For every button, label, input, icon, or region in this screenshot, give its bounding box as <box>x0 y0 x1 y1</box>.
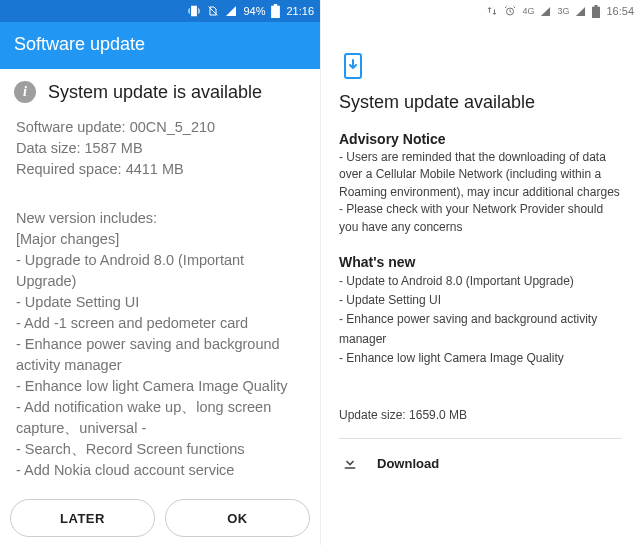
changelog-item: - Add notification wake up、long screen c… <box>16 397 304 439</box>
battery-icon <box>592 5 600 18</box>
changelog-item: - Add Nokia cloud account service <box>16 460 304 481</box>
whats-new-list: - Update to Android 8.0 (Important Upgra… <box>339 272 622 368</box>
whats-new-item: - Enhance low light Camera Image Quality <box>339 349 622 368</box>
download-icon <box>341 453 359 475</box>
phone-screenshot-right: 4G 3G 16:54 System update available Advi… <box>320 0 640 545</box>
no-sim-icon <box>207 5 219 17</box>
status-bar: 4G 3G 16:54 <box>321 0 640 22</box>
app-title: Software update <box>14 34 145 54</box>
update-icon-block <box>339 22 622 92</box>
vibrate-icon <box>187 4 201 18</box>
headline-row: i System update is available <box>0 69 320 113</box>
battery-percent: 94% <box>243 5 265 17</box>
whats-new-item: - Enhance power saving and background ac… <box>339 310 622 348</box>
info-icon: i <box>14 81 36 103</box>
whats-new-heading: What's new <box>339 254 622 270</box>
changelog-item: - Upgrade to Android 8.0 (Important Upgr… <box>16 250 304 292</box>
download-button[interactable]: Download <box>339 439 622 489</box>
later-button[interactable]: LATER <box>10 499 155 537</box>
battery-icon <box>271 4 280 18</box>
ok-button[interactable]: OK <box>165 499 310 537</box>
phone-download-icon <box>339 52 367 80</box>
network-label-2: 3G <box>557 6 569 16</box>
software-update-line: Software update: 00CN_5_210 <box>16 117 304 138</box>
update-details: Software update: 00CN_5_210 Data size: 1… <box>0 113 320 180</box>
whats-new-item: - Update to Android 8.0 (Important Upgra… <box>339 272 622 291</box>
status-bar: 94% 21:16 <box>0 0 320 22</box>
changelog-item: - Update Setting UI <box>16 292 304 313</box>
update-size-line: Update size: 1659.0 MB <box>339 408 622 422</box>
clock: 21:16 <box>286 5 314 17</box>
page-title: System update available <box>339 92 622 113</box>
network-label-1: 4G <box>522 6 534 16</box>
clock: 16:54 <box>606 5 634 17</box>
action-buttons: LATER OK <box>0 499 320 537</box>
download-label: Download <box>377 456 439 471</box>
signal-icon <box>225 5 237 17</box>
swap-icon <box>486 5 498 17</box>
signal-icon <box>575 6 586 17</box>
phone-screenshot-left: 94% 21:16 Software update i System updat… <box>0 0 320 545</box>
headline-text: System update is available <box>48 82 262 103</box>
data-size-line: Data size: 1587 MB <box>16 138 304 159</box>
changelog: New version includes: [Major changes] - … <box>0 180 320 481</box>
changelog-intro: New version includes: <box>16 208 304 229</box>
app-title-bar: Software update <box>0 22 320 69</box>
alarm-icon <box>504 5 516 17</box>
advisory-body: - Users are reminded that the downloadin… <box>339 149 622 236</box>
content-area: System update available Advisory Notice … <box>321 22 640 489</box>
whats-new-item: - Update Setting UI <box>339 291 622 310</box>
changelog-section: [Major changes] <box>16 229 304 250</box>
changelog-item: - Enhance low light Camera Image Quality <box>16 376 304 397</box>
required-space-line: Required space: 4411 MB <box>16 159 304 180</box>
advisory-heading: Advisory Notice <box>339 131 622 147</box>
changelog-item: - Search、Record Screen functions <box>16 439 304 460</box>
signal-icon <box>540 6 551 17</box>
changelog-item: - Add -1 screen and pedometer card <box>16 313 304 334</box>
changelog-item: - Enhance power saving and background ac… <box>16 334 304 376</box>
